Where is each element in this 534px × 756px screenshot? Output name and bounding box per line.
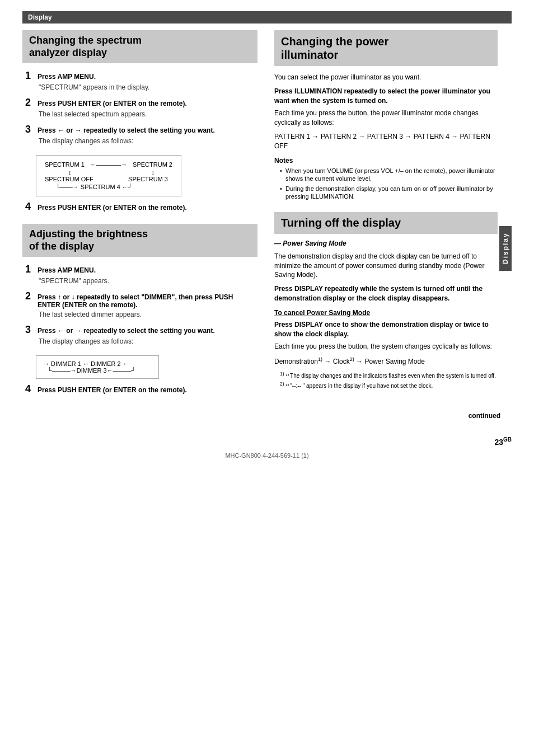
spectrum-title: Changing the spectrum analyzer display — [29, 35, 251, 59]
b-step-title-1: Press AMP MENU. — [38, 266, 96, 274]
spectrum-2-label: SPECTRUM 2 — [133, 161, 172, 168]
footnote-2: 2) ²⁾ "--:-- " appears in the display if… — [280, 381, 498, 389]
right-column: Changing the power illuminator You can s… — [274, 30, 512, 406]
step-desc-1: "SPECTRUM" appears in the display. — [39, 83, 257, 91]
spectrum-step-2: 2 Press PUSH ENTER (or ENTER on the remo… — [22, 97, 257, 118]
turning-off-bold2: Press DISPLAY once to show the demonstra… — [274, 320, 498, 339]
display-label: Display — [28, 13, 52, 21]
footnote-1: 1) ¹⁾ The display changes and the indica… — [280, 371, 498, 379]
turning-off-body1: The demonstration display and the clock … — [274, 252, 498, 280]
step-title-3: Press ← or → repeatedly to select the se… — [38, 126, 215, 134]
illuminator-title: Changing the power illuminator — [281, 35, 491, 62]
page-container: Display Changing the spectrum analyzer d… — [0, 0, 534, 756]
power-saving-flow: Demonstration1) → Clock2) → Power Saving… — [274, 356, 498, 367]
step-number-2: 2 — [25, 97, 35, 109]
turning-off-bold1: Press DISPLAY repeatedly while the syste… — [274, 284, 498, 303]
brightness-step-1: 1 Press AMP MENU. "SPECTRUM" appears. — [22, 264, 257, 285]
footer: MHC-GN800 4-244-569-11 (1) — [0, 452, 534, 459]
spectrum-off-label: SPECTRUM OFF — [45, 176, 93, 182]
display-label-bar: Display — [22, 11, 512, 24]
dimmer-flow-2: └———→DIMMER 3←———┘ — [48, 367, 135, 374]
spectrum-step-1: 1 Press AMP MENU. "SPECTRUM" appears in … — [22, 70, 257, 91]
notes-section: Notes When you turn VOLUME (or press VOL… — [274, 157, 498, 201]
spectrum-step-3: 3 Press ← or → repeatedly to select the … — [22, 124, 257, 145]
b-step-title-3: Press ← or → repeatedly to select the se… — [38, 327, 215, 335]
spectrum-step-4: 4 Press PUSH ENTER (or ENTER on the remo… — [22, 201, 257, 213]
spectrum-diagram: SPECTRUM 1 ←————→ SPECTRUM 2 ↕ ↕ SPECTRU… — [36, 155, 181, 196]
b-step-number-3: 3 — [25, 324, 35, 336]
illuminator-bold: Press ILLUMINATION repeatedly to select … — [274, 87, 498, 106]
brightness-step-4: 4 Press PUSH ENTER (or ENTER on the remo… — [22, 383, 257, 395]
illuminator-section: Changing the power illuminator You can s… — [274, 30, 498, 201]
spectrum-arrow-h: ←————→ — [90, 161, 127, 168]
page-number: 23GB — [0, 436, 534, 447]
dimmer-flow-1: → DIMMER 1 ↔ DIMMER 2 ← — [43, 360, 129, 367]
turning-off-section: Turning off the display — Power Saving M… — [274, 212, 498, 390]
illuminator-body: Each time you press the button, the powe… — [274, 109, 498, 128]
spectrum-1-label: SPECTRUM 1 — [45, 161, 85, 168]
page-suffix: GB — [503, 436, 512, 443]
footnotes: 1) ¹⁾ The display changes and the indica… — [274, 371, 498, 390]
b-step-desc-2: The last selected dimmer appears. — [39, 311, 257, 318]
illuminator-header: Changing the power illuminator — [274, 30, 498, 66]
b-step-title-4: Press PUSH ENTER (or ENTER on the remote… — [38, 386, 187, 394]
note-item-2: During the demonstration display, you ca… — [280, 185, 498, 201]
spectrum-4-flow: └——→ SPECTRUM 4 ←┘ — [56, 184, 133, 190]
note-item-1: When you turn VOLUME (or press VOL +/– o… — [280, 167, 498, 183]
step-title-2: Press PUSH ENTER (or ENTER on the remote… — [38, 100, 187, 107]
illuminator-intro: You can select the power illuminator as … — [274, 73, 498, 82]
cancel-header: To cancel Power Saving Mode — [274, 309, 498, 317]
step-number-1: 1 — [25, 70, 35, 82]
turning-off-body2: Each time you press the button, the syst… — [274, 342, 498, 351]
power-saving-subtitle: — Power Saving Mode — [274, 240, 498, 247]
b-step-desc-3: The display changes as follows: — [39, 337, 257, 345]
b-step-number-2: 2 — [25, 290, 35, 302]
step-number-3: 3 — [25, 124, 35, 135]
arrow-down-left: ↕ — [45, 169, 72, 176]
b-step-title-2: Press ↑ or ↓ repeatedly to select "DIMME… — [38, 293, 257, 309]
step-desc-2: The last selected spectrum appears. — [39, 110, 257, 118]
left-column: Changing the spectrum analyzer display 1… — [22, 30, 257, 406]
continued-text: continued — [0, 412, 534, 420]
b-step-desc-1: "SPECTRUM" appears. — [39, 277, 257, 285]
step-desc-3: The display changes as follows: — [39, 137, 257, 145]
step-number-4: 4 — [25, 201, 35, 213]
pattern-flow: PATTERN 1 → PATTERN 2 → PATTERN 3 → PATT… — [274, 132, 498, 151]
b-step-number-4: 4 — [25, 383, 35, 395]
brightness-title: Adjusting the brightness of the display — [29, 228, 251, 252]
turning-off-header: Turning off the display — [274, 212, 498, 234]
brightness-section-header: Adjusting the brightness of the display — [22, 224, 257, 257]
spectrum-section-header: Changing the spectrum analyzer display — [22, 30, 257, 63]
b-step-number-1: 1 — [25, 264, 35, 275]
brightness-section: Adjusting the brightness of the display … — [22, 224, 257, 395]
dimmer-diagram: → DIMMER 1 ↔ DIMMER 2 ← └———→DIMMER 3←——… — [36, 355, 159, 379]
step-title-4: Press PUSH ENTER (or ENTER on the remote… — [38, 204, 187, 212]
spectrum-3-label: SPECTRUM 3 — [128, 176, 168, 182]
notes-title: Notes — [274, 157, 498, 165]
display-side-tab: Display — [499, 226, 512, 271]
arrow-down-right: ↕ — [152, 169, 173, 176]
brightness-step-2: 2 Press ↑ or ↓ repeatedly to select "DIM… — [22, 290, 257, 318]
step-title-1: Press AMP MENU. — [38, 73, 96, 81]
spectrum-section: Changing the spectrum analyzer display 1… — [22, 30, 257, 213]
turning-off-title: Turning off the display — [281, 217, 491, 229]
brightness-step-3: 3 Press ← or → repeatedly to select the … — [22, 324, 257, 345]
